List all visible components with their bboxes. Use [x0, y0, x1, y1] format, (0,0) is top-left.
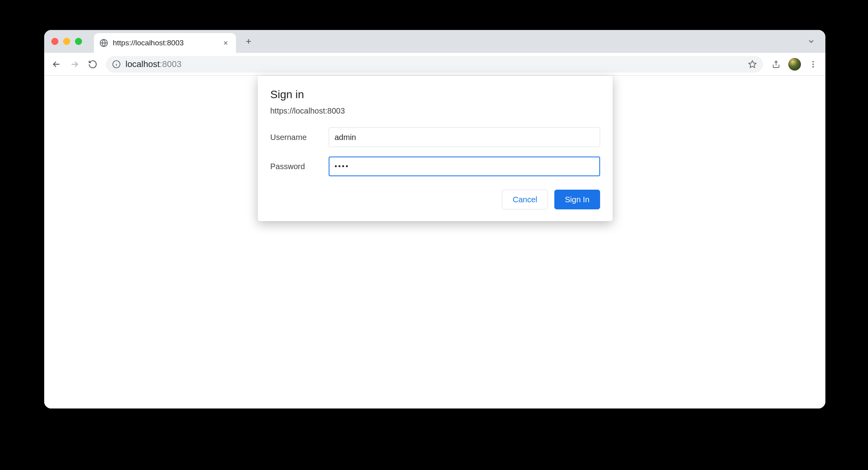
url-host: localhost	[125, 59, 160, 69]
new-tab-button[interactable]	[241, 34, 256, 49]
cancel-button[interactable]: Cancel	[502, 190, 548, 209]
toolbar: localhost:8003	[44, 53, 825, 76]
forward-button[interactable]	[66, 56, 83, 73]
cancel-button-label: Cancel	[513, 195, 537, 204]
profile-avatar[interactable]	[788, 58, 801, 71]
browser-window: https://localhost:8003	[44, 30, 825, 408]
dialog-title: Sign in	[270, 88, 600, 101]
site-info-icon[interactable]	[112, 60, 121, 69]
password-row: Password	[270, 157, 600, 176]
password-input[interactable]	[329, 157, 600, 176]
share-button[interactable]	[768, 56, 784, 73]
window-minimize-button[interactable]	[63, 38, 70, 45]
tab-overflow-button[interactable]	[803, 30, 819, 53]
url-port: :8003	[160, 59, 181, 69]
address-bar[interactable]: localhost:8003	[106, 56, 763, 73]
window-zoom-button[interactable]	[75, 38, 82, 45]
svg-point-4	[812, 66, 814, 67]
back-button[interactable]	[48, 56, 65, 73]
dialog-origin: https://localhost:8003	[270, 106, 600, 116]
svg-point-2	[812, 61, 814, 62]
password-label: Password	[270, 162, 329, 171]
username-input[interactable]	[329, 127, 600, 147]
bookmark-star-icon[interactable]	[748, 60, 757, 69]
url-text: localhost:8003	[125, 59, 181, 69]
reload-button[interactable]	[84, 56, 101, 73]
username-label: Username	[270, 133, 329, 142]
tab-strip: https://localhost:8003	[44, 30, 825, 53]
page-content: Sign in https://localhost:8003 Username …	[44, 76, 825, 408]
http-auth-dialog: Sign in https://localhost:8003 Username …	[258, 76, 613, 221]
window-controls	[51, 38, 82, 45]
close-tab-icon[interactable]	[221, 38, 230, 48]
sign-in-button[interactable]: Sign In	[554, 190, 600, 209]
svg-point-3	[812, 63, 814, 65]
sign-in-button-label: Sign In	[565, 195, 589, 204]
globe-icon	[99, 39, 108, 47]
menu-button[interactable]	[805, 56, 821, 73]
window-close-button[interactable]	[51, 38, 58, 45]
tab-title: https://localhost:8003	[113, 39, 216, 47]
dialog-buttons: Cancel Sign In	[270, 190, 600, 209]
browser-tab[interactable]: https://localhost:8003	[94, 33, 236, 53]
username-row: Username	[270, 127, 600, 147]
